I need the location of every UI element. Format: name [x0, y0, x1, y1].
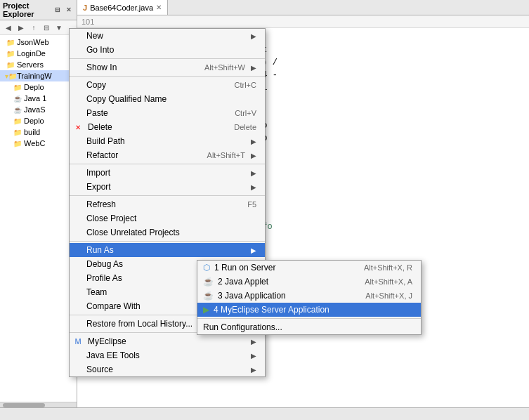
submenu-item-myeclipse-server[interactable]: ▶ 4 MyEclipse Server Application — [197, 303, 421, 317]
menu-item-new[interactable]: New ▶ — [70, 29, 265, 43]
menu-item-close-project-left: Close Project — [86, 214, 136, 223]
submenu-item-run-configs[interactable]: Run Configurations... — [197, 320, 421, 334]
arrow-icon: ▶ — [251, 183, 256, 191]
menu-item-export-left: Export — [86, 182, 111, 192]
tree-item-javas[interactable]: ☕ JavaS — [0, 104, 77, 115]
java-applet-shortcut: Alt+Shift+X, A — [365, 277, 412, 286]
horizontal-scrollbar[interactable] — [0, 402, 77, 407]
separator — [70, 58, 265, 59]
menu-item-copy-qualified[interactable]: Copy Qualified Name — [70, 92, 265, 106]
folder-icon: 📁 — [13, 138, 22, 148]
menu-item-close-unrelated-left: Close Unrelated Projects — [86, 228, 180, 237]
submenu-item-myeclipse-server-left: ▶ 4 MyEclipse Server Application — [203, 305, 329, 315]
menu-item-paste[interactable]: Paste Ctrl+V — [70, 106, 265, 120]
myeclipse-menu-icon: M — [72, 336, 84, 347]
tab-close-icon[interactable]: ✕ — [156, 4, 162, 11]
tree-item-build[interactable]: 📁 build — [0, 126, 77, 138]
tree-item-deplo1[interactable]: 📁 Deplo — [0, 81, 77, 93]
run-on-server-shortcut: Alt+Shift+X, R — [364, 263, 412, 272]
menu-item-refactor[interactable]: Refactor Alt+Shift+T ▶ — [70, 148, 265, 162]
myeclipse-server-icon: ▶ — [203, 305, 209, 315]
menu-item-build-path[interactable]: Build Path ▶ — [70, 134, 265, 148]
menu-item-go-into[interactable]: Go Into — [70, 43, 265, 57]
submenu-item-java-applet[interactable]: ☕ 2 Java Applet Alt+Shift+X, A — [197, 275, 421, 289]
tree-item-java1[interactable]: ☕ Java 1 — [0, 93, 77, 104]
up-button[interactable]: ↑ — [28, 22, 39, 33]
menu-item-refactor-left: Refactor — [86, 150, 118, 160]
menu-item-run-as-left: Run As — [86, 245, 114, 255]
submenu-item-java-app[interactable]: ☕ 3 Java Application Alt+Shift+X, J — [197, 289, 421, 303]
tree-item-jsonweb[interactable]: 📁 JsonWeb — [0, 37, 77, 48]
folder-icon: 📁 — [13, 127, 22, 137]
menu-item-java-ee-tools-left: Java EE Tools — [86, 350, 140, 360]
tree-item-servers[interactable]: 📁 Servers — [0, 59, 77, 70]
copy-shortcut: Ctrl+C — [235, 81, 256, 89]
forward-button[interactable]: ▶ — [15, 22, 27, 33]
menu-item-source[interactable]: Source ▶ — [70, 362, 265, 376]
menu-item-java-ee-tools[interactable]: Java EE Tools ▶ — [70, 348, 265, 362]
menu-item-close-unrelated-label: Close Unrelated Projects — [86, 228, 180, 237]
submenu-item-run-configs-left: Run Configurations... — [203, 322, 282, 332]
java-applet-icon: ☕ — [203, 277, 214, 287]
tree-item-deplo2[interactable]: 📁 Deplo — [0, 115, 77, 126]
menu-item-import-label: Import — [86, 168, 110, 178]
view-menu-button[interactable]: ▼ — [53, 22, 65, 33]
menu-item-profile-as-left: Profile As — [86, 273, 122, 283]
tree-item-label: Deplo — [24, 83, 44, 91]
project-explorer-panel: Project Explorer ⊟ ✕ ◀ ▶ ↑ ⊟ ▼ 📁 JsonWeb — [0, 0, 77, 407]
close-view-icon[interactable]: ✕ — [64, 5, 74, 15]
panel-toolbar: ◀ ▶ ↑ ⊟ ▼ — [0, 20, 77, 35]
tab-base64coder[interactable]: J Base64Coder.java ✕ — [77, 0, 168, 15]
menu-item-debug-as-left: Debug As — [86, 259, 123, 269]
menu-item-debug-as-label: Debug As — [86, 259, 123, 269]
menu-item-close-project[interactable]: Close Project — [70, 211, 265, 225]
menu-item-export-label: Export — [86, 182, 111, 192]
arrow-icon: ▶ — [251, 152, 256, 159]
folder-open-icon: ▾📁 — [6, 71, 15, 81]
tree-item-label: JsonWeb — [17, 38, 49, 46]
submenu-item-java-app-label: 3 Java Application — [218, 291, 286, 301]
menu-item-import-left: Import — [86, 168, 110, 178]
menu-item-myeclipse-label: MyEclipse — [88, 336, 126, 346]
menu-item-copy-qualified-label: Copy Qualified Name — [86, 94, 166, 104]
tree-item-label: build — [24, 128, 40, 136]
menu-item-close-project-label: Close Project — [86, 214, 136, 223]
java-icon: ☕ — [13, 93, 22, 103]
arrow-icon: ▶ — [251, 352, 256, 360]
separator — [70, 241, 265, 242]
scrollbar-thumb[interactable] — [3, 403, 45, 407]
arrow-icon: ▶ — [251, 169, 256, 177]
menu-item-team-left: Team — [86, 287, 107, 297]
menu-item-source-label: Source — [86, 365, 113, 374]
menu-item-copy[interactable]: Copy Ctrl+C — [70, 78, 265, 92]
menu-item-restore-label: Restore from Local History... — [86, 319, 192, 329]
menu-item-compare-with-label: Compare With — [86, 301, 141, 311]
editor-tabs: J Base64Coder.java ✕ — [77, 0, 529, 15]
content-area: Project Explorer ⊟ ✕ ◀ ▶ ↑ ⊟ ▼ 📁 JsonWeb — [0, 0, 529, 407]
menu-item-myeclipse[interactable]: M MyEclipse ▶ — [70, 334, 265, 348]
menu-item-run-as[interactable]: Run As ▶ — [70, 243, 265, 257]
main-container: Project Explorer ⊟ ✕ ◀ ▶ ↑ ⊟ ▼ 📁 JsonWeb — [0, 0, 529, 420]
tree-item-label: WebC — [24, 139, 45, 147]
tree-item-trainingw[interactable]: ▾📁 TrainingW — [0, 70, 77, 81]
menu-item-build-path-label: Build Path — [86, 136, 125, 146]
back-button[interactable]: ◀ — [3, 22, 14, 33]
menu-item-compare-with-left: Compare With — [86, 301, 141, 311]
collapse-all-button[interactable]: ⊟ — [41, 22, 52, 33]
menu-item-copy-qualified-left: Copy Qualified Name — [86, 94, 166, 104]
tree-item-label: JavaS — [24, 105, 46, 114]
menu-item-delete[interactable]: ✕ Delete Delete — [70, 120, 265, 134]
menu-item-show-in[interactable]: Show In Alt+Shift+W ▶ — [70, 60, 265, 74]
menu-item-import[interactable]: Import ▶ — [70, 166, 265, 180]
menu-item-refresh[interactable]: Refresh F5 — [70, 197, 265, 211]
folder-icon: 📁 — [6, 37, 15, 47]
menu-item-close-unrelated[interactable]: Close Unrelated Projects — [70, 225, 265, 239]
submenu-item-run-on-server[interactable]: ⬡ 1 Run on Server Alt+Shift+X, R — [197, 261, 421, 275]
menu-item-profile-as-label: Profile As — [86, 273, 122, 283]
folder-icon: 📁 — [6, 60, 15, 70]
tree-item-loginde[interactable]: 📁 LoginDe — [0, 48, 77, 59]
menu-item-show-in-left: Show In — [86, 63, 117, 72]
tree-item-webc[interactable]: 📁 WebC — [0, 138, 77, 149]
minimize-view-icon[interactable]: ⊟ — [53, 5, 63, 15]
menu-item-export[interactable]: Export ▶ — [70, 180, 265, 194]
